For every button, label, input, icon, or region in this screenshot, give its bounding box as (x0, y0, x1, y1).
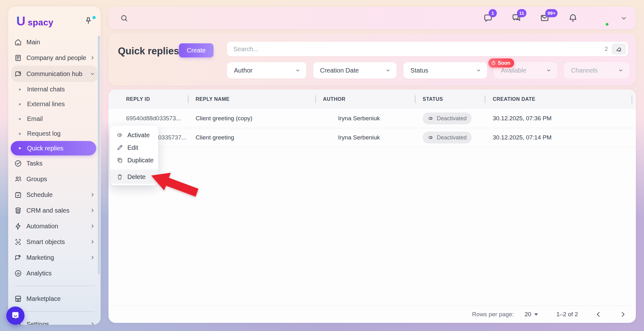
rows-per-page-select[interactable]: 20 (525, 311, 538, 318)
column-divider[interactable] (188, 95, 189, 103)
reply-id-cell: 69540d88d033573... (108, 115, 188, 122)
filter-channels: Channels (564, 62, 629, 79)
clear-filters-button[interactable] (612, 43, 626, 55)
chevron-right-icon (89, 55, 96, 61)
sidebar-item-smart-objects[interactable]: Smart objects (8, 234, 101, 250)
sidebar-nav: Main Company and people Communication hu… (8, 34, 101, 325)
sidebar-item-analytics[interactable]: Analytics (8, 265, 101, 281)
column-header-reply-name: Reply name (188, 96, 315, 102)
filters-row: Author Creation Date Status Soon Availab… (227, 62, 629, 79)
chevron-down-icon (385, 68, 391, 73)
previous-page-button[interactable] (594, 310, 602, 318)
sidebar-subitem-external-lines[interactable]: External lines (8, 97, 101, 111)
filter-creation-date[interactable]: Creation Date (313, 62, 397, 79)
filter-label: Creation Date (320, 67, 359, 74)
sidebar-item-tasks[interactable]: Tasks (8, 155, 101, 171)
sidebar-subitem-internal-chats[interactable]: Internal chats (8, 82, 101, 97)
sidebar-item-label: Settings (26, 321, 89, 325)
uspacy-logo[interactable]: U spacy (16, 15, 94, 28)
quick-replies-table: Reply ID Reply name Author Status Creati… (108, 90, 636, 323)
sidebar-item-crm-and-sales[interactable]: CRM and sales (8, 203, 101, 218)
bullet-icon (19, 147, 21, 149)
sidebar-subitem-email[interactable]: Email (8, 111, 101, 126)
global-search-icon[interactable] (120, 14, 129, 23)
profile-chevron-down-icon[interactable] (620, 14, 628, 22)
filter-author[interactable]: Author (227, 62, 306, 79)
search-field: 2 (227, 42, 628, 56)
status-badge: Deactivated (423, 132, 472, 144)
sidebar-subitem-quick-replies[interactable]: Quick replies (11, 141, 96, 155)
table-header: Reply ID Reply name Author Status Creati… (108, 90, 636, 109)
context-menu-duplicate[interactable]: Duplicate (110, 154, 158, 166)
filter-label: Available (501, 67, 526, 74)
table-row[interactable]: 0335737... Client greeting Iryna Serbeni… (108, 128, 636, 147)
sidebar-item-label: Tasks (26, 160, 96, 167)
groups-icon (14, 175, 22, 183)
page-title: Quick replies (118, 46, 179, 57)
sidebar-subitem-request-log[interactable]: Request log (8, 126, 101, 141)
pin-sidebar-icon[interactable] (84, 16, 93, 25)
chevron-right-icon (89, 223, 96, 229)
create-button[interactable]: Create (179, 43, 214, 57)
author-avatar (323, 113, 334, 124)
sidebar-item-groups[interactable]: Groups (8, 171, 101, 187)
sidebar-item-communication-hub[interactable]: Communication hub (11, 66, 97, 82)
reply-name-cell: Client greeting (188, 134, 315, 141)
search-input[interactable] (227, 46, 604, 53)
column-divider[interactable] (631, 95, 632, 103)
sidebar-item-main[interactable]: Main (8, 34, 101, 50)
sidebar-item-marketplace[interactable]: Marketplace (8, 291, 101, 307)
context-menu-divider (110, 169, 158, 169)
filter-status[interactable]: Status (403, 62, 487, 79)
sidebar-item-label: Schedule (26, 191, 89, 198)
context-menu-edit[interactable]: Edit (110, 141, 158, 154)
stopwatch-icon (491, 60, 496, 66)
bullet-icon (19, 103, 21, 105)
mail-badge: 99+ (545, 9, 558, 17)
context-menu-activate[interactable]: Activate (110, 129, 158, 141)
app-window: U spacy Main Company (0, 0, 644, 331)
soon-badge: Soon (488, 58, 514, 68)
lightning-icon (14, 222, 22, 231)
rows-per-page-value: 20 (525, 311, 531, 318)
user-avatar[interactable] (592, 10, 609, 27)
sidebar-item-automation[interactable]: Automation (8, 218, 101, 234)
rows-per-page-label: Rows per page: (472, 311, 514, 318)
sidebar-item-company-and-people[interactable]: Company and people (8, 50, 101, 66)
filter-label: Author (234, 67, 253, 74)
author-cell: Iryna Serbeniuk (315, 132, 415, 143)
marketing-icon (14, 253, 22, 262)
filter-label: Status (410, 67, 428, 74)
next-page-button[interactable] (619, 310, 627, 318)
author-cell: Iryna Serbeniuk (315, 113, 415, 124)
quick-replies-header: Quick replies Create 2 Author Creation D… (108, 34, 636, 85)
sidebar-item-label: CRM and sales (26, 207, 89, 214)
chevron-right-icon (89, 321, 96, 325)
mail-button[interactable]: 99+ (540, 13, 550, 24)
column-header-author: Author (315, 96, 415, 102)
logo-letter: U (16, 15, 25, 27)
column-divider[interactable] (485, 95, 486, 103)
notifications-button[interactable] (568, 13, 579, 24)
online-status-dot (605, 22, 609, 27)
sidebar-item-schedule[interactable]: Schedule (8, 187, 101, 203)
column-divider[interactable] (315, 95, 316, 103)
bullet-icon (19, 89, 21, 90)
pencil-icon (116, 144, 123, 151)
toggle-icon (428, 134, 434, 141)
topbar: 1 11 99+ (108, 7, 636, 29)
column-header-reply-id: Reply ID (108, 96, 188, 102)
sidebar-item-label: Marketplace (26, 295, 96, 302)
filter-label: Channels (571, 67, 598, 74)
chats-button[interactable]: 11 (511, 13, 522, 24)
sidebar-item-marketing[interactable]: Marketing (8, 250, 101, 265)
support-chat-button[interactable] (6, 307, 25, 325)
context-menu-label: Duplicate (127, 157, 153, 164)
home-icon (14, 38, 22, 46)
status-label: Deactivated (437, 134, 467, 141)
sidebar-item-label: Main (26, 39, 96, 46)
column-divider[interactable] (415, 95, 416, 103)
context-menu-delete[interactable]: Delete (110, 170, 158, 184)
table-row[interactable]: 69540d88d033573... Client greeting (copy… (108, 109, 636, 128)
comments-button[interactable]: 1 (483, 13, 494, 24)
